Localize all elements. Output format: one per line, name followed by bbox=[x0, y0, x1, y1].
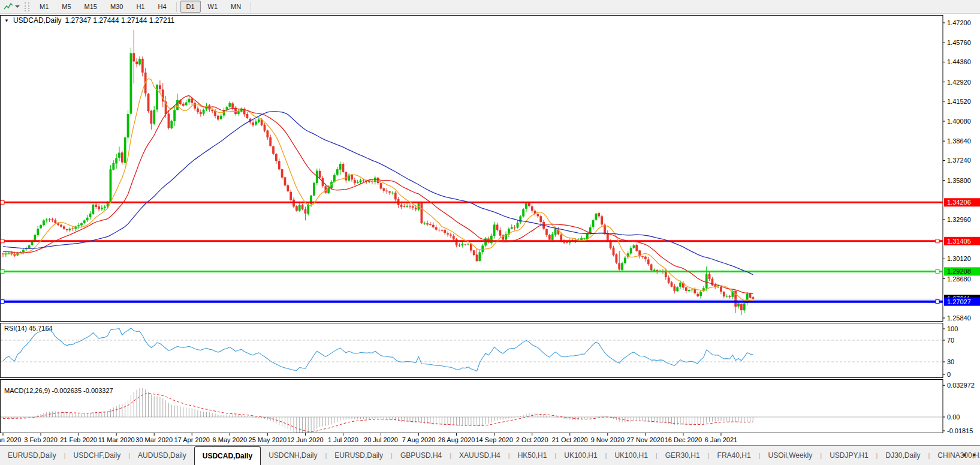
svg-text:30 Mar 2020: 30 Mar 2020 bbox=[135, 436, 173, 443]
tab-eurusd-daily[interactable]: EURUSD,Daily bbox=[327, 446, 391, 465]
tab-usdcad-daily[interactable]: USDCAD,Daily bbox=[194, 446, 261, 465]
chevron-down-icon bbox=[15, 5, 20, 8]
svg-text:1.47200: 1.47200 bbox=[947, 19, 971, 26]
svg-text:16 Dec 2020: 16 Dec 2020 bbox=[665, 436, 702, 443]
svg-text:2 Oct 2020: 2 Oct 2020 bbox=[516, 436, 548, 443]
timeframe-button-m30[interactable]: M30 bbox=[104, 1, 129, 13]
svg-text:20 Jul 2020: 20 Jul 2020 bbox=[364, 436, 398, 443]
timeframe-button-d1[interactable]: D1 bbox=[180, 1, 201, 13]
svg-text:70: 70 bbox=[947, 337, 954, 344]
tab-usdchf-daily[interactable]: USDCHF,Daily bbox=[66, 446, 129, 465]
trading-platform-window: { "toolbar": { "chart_tool_icon": "chart… bbox=[0, 0, 980, 465]
tab-xauusd-h4[interactable]: XAUUSD,H4 bbox=[451, 446, 508, 465]
svg-text:-0.01815: -0.01815 bbox=[947, 427, 973, 434]
svg-text:27 Nov 2020: 27 Nov 2020 bbox=[627, 436, 664, 443]
tab-scroll-right-icon[interactable]: ► bbox=[972, 451, 978, 458]
svg-text:7 Aug 2020: 7 Aug 2020 bbox=[402, 436, 436, 443]
tab-dj30-daily[interactable]: DJ30,Daily bbox=[878, 446, 928, 465]
svg-text:0: 0 bbox=[947, 371, 951, 378]
timeframe-button-m15[interactable]: M15 bbox=[79, 1, 103, 13]
svg-text:1.44360: 1.44360 bbox=[947, 58, 971, 65]
tab-audusd-daily[interactable]: AUDUSD,Daily bbox=[130, 446, 194, 465]
svg-text:1.37240: 1.37240 bbox=[947, 157, 971, 164]
svg-text:1.32960: 1.32960 bbox=[947, 216, 971, 223]
svg-text:1.42920: 1.42920 bbox=[947, 79, 971, 86]
timeframe-toolbar: M1M5M15M30H1H4D1W1MN bbox=[0, 0, 980, 14]
svg-text:1.45760: 1.45760 bbox=[947, 39, 971, 46]
svg-text:1.38640: 1.38640 bbox=[947, 137, 971, 145]
pane-frames bbox=[1, 16, 943, 433]
tab-hk50-h1[interactable]: HK50,H1 bbox=[510, 446, 555, 465]
tab-fra40-h1[interactable]: FRA40,H1 bbox=[710, 446, 759, 465]
timeframe-button-h1[interactable]: H1 bbox=[130, 1, 150, 13]
svg-text:15 Jan 2020: 15 Jan 2020 bbox=[0, 436, 21, 443]
svg-text:25 May 2020: 25 May 2020 bbox=[249, 436, 287, 443]
tab-usdcnh-daily[interactable]: USDCNH,Daily bbox=[261, 446, 325, 465]
svg-text:12 Jun 2020: 12 Jun 2020 bbox=[287, 436, 324, 443]
chart-tools-icon bbox=[4, 2, 13, 11]
tab-usoil-weekly[interactable]: USOil,Weekly bbox=[760, 446, 820, 465]
svg-text:1.34206: 1.34206 bbox=[947, 199, 971, 206]
svg-text:6 May 2020: 6 May 2020 bbox=[213, 436, 247, 443]
svg-text:6 Jan 2021: 6 Jan 2021 bbox=[705, 436, 737, 443]
svg-text:11 Mar 2020: 11 Mar 2020 bbox=[98, 436, 135, 443]
tab-usdjpy-h1[interactable]: USDJPY,H1 bbox=[822, 446, 876, 465]
svg-text:1.35800: 1.35800 bbox=[947, 177, 971, 184]
symbol-tab-bar: ◄ ► EURUSD,Daily|USDCHF,Daily|AUDUSD,Dai… bbox=[0, 445, 980, 465]
svg-text:9 Nov 2020: 9 Nov 2020 bbox=[591, 436, 625, 443]
svg-text:100: 100 bbox=[947, 325, 958, 332]
svg-text:1.25840: 1.25840 bbox=[947, 314, 971, 322]
svg-text:14 Sep 2020: 14 Sep 2020 bbox=[475, 436, 512, 443]
timeframe-button-m5[interactable]: M5 bbox=[56, 1, 77, 13]
svg-text:1.28680: 1.28680 bbox=[947, 275, 971, 283]
svg-text:1.27027: 1.27027 bbox=[947, 298, 971, 305]
chart-canvas[interactable]: 1.472001.457601.443601.429201.415201.400… bbox=[0, 14, 980, 445]
svg-text:1.31405: 1.31405 bbox=[947, 238, 971, 245]
timeframe-button-h4[interactable]: H4 bbox=[152, 1, 172, 13]
price-axis[interactable]: 1.472001.457601.443601.429201.415201.400… bbox=[943, 19, 980, 434]
timeframe-button-mn[interactable]: MN bbox=[225, 1, 247, 13]
svg-text:1.40080: 1.40080 bbox=[947, 118, 971, 125]
toolbar-grip[interactable] bbox=[25, 2, 29, 11]
tab-uk100-h1[interactable]: UK100,H1 bbox=[607, 446, 655, 465]
svg-text:21 Feb 2020: 21 Feb 2020 bbox=[60, 436, 97, 443]
date-axis[interactable]: 15 Jan 20203 Feb 202021 Feb 202011 Mar 2… bbox=[0, 433, 737, 443]
tab-eurusd-daily[interactable]: EURUSD,Daily bbox=[0, 446, 64, 465]
svg-text:1 Jul 2020: 1 Jul 2020 bbox=[328, 436, 358, 443]
svg-text:30: 30 bbox=[947, 358, 954, 365]
svg-text:1.29208: 1.29208 bbox=[947, 268, 971, 275]
svg-text:0.032972: 0.032972 bbox=[947, 382, 975, 389]
timeframe-buttons: M1M5M15M30H1H4D1W1MN bbox=[33, 1, 254, 13]
timeframe-button-m1[interactable]: M1 bbox=[34, 1, 55, 13]
tab-ger30-h1[interactable]: GER30,H1 bbox=[658, 446, 708, 465]
svg-text:17 Apr 2020: 17 Apr 2020 bbox=[174, 436, 210, 443]
svg-text:0.00: 0.00 bbox=[947, 413, 960, 421]
svg-text:21 Oct 2020: 21 Oct 2020 bbox=[552, 436, 588, 443]
tab-uk100-h1[interactable]: UK100,H1 bbox=[556, 446, 605, 465]
tab-scroll-left-icon[interactable]: ◄ bbox=[961, 451, 967, 458]
svg-text:1.30120: 1.30120 bbox=[947, 255, 971, 262]
svg-text:1.41520: 1.41520 bbox=[947, 98, 971, 105]
svg-text:26 Aug 2020: 26 Aug 2020 bbox=[438, 436, 475, 443]
svg-text:3 Feb 2020: 3 Feb 2020 bbox=[24, 436, 58, 443]
timeframe-button-w1[interactable]: W1 bbox=[202, 1, 224, 13]
tab-gbpusd-h4[interactable]: GBPUSD,H4 bbox=[393, 446, 450, 465]
chart-tools-button[interactable] bbox=[1, 1, 22, 12]
